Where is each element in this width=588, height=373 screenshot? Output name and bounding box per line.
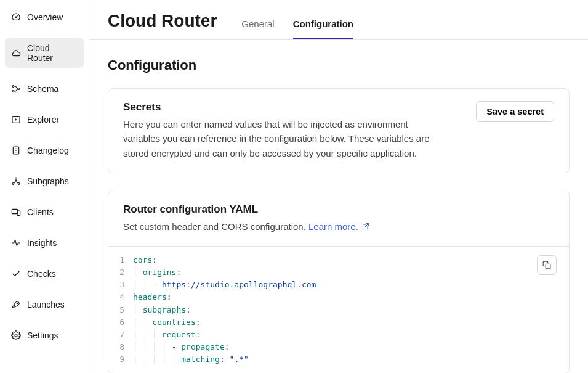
code-text: │ subgraphs:: [133, 304, 191, 316]
check-icon: [11, 269, 21, 279]
code-line: 6│ │ countries:: [115, 316, 557, 329]
sidebar-item-label: Insights: [27, 238, 57, 248]
external-link-icon: [360, 221, 369, 232]
devices-icon: [11, 207, 21, 217]
code-line: 5│ subgraphs:: [115, 304, 557, 316]
tab-configuration[interactable]: Configuration: [293, 18, 353, 39]
svg-point-12: [17, 303, 18, 304]
copy-button[interactable]: [537, 255, 557, 275]
sidebar-item-label: Subgraphs: [27, 176, 69, 186]
subgraphs-icon: [11, 176, 21, 186]
svg-line-14: [365, 223, 369, 227]
sidebar-item-changelog[interactable]: Changelog: [5, 141, 84, 160]
line-number: 9: [115, 353, 133, 366]
secrets-title: Secrets: [123, 101, 431, 113]
cloud-icon: [11, 48, 21, 58]
rocket-icon: [11, 300, 21, 309]
section-title: Configuration: [108, 57, 570, 73]
line-number: 1: [115, 254, 133, 266]
svg-point-2: [12, 91, 14, 92]
svg-point-13: [15, 334, 17, 337]
code-text: │ origins:: [133, 266, 181, 279]
code-line: 2│ origins:: [115, 266, 557, 279]
tab-general[interactable]: General: [241, 18, 274, 39]
sidebar-item-label: Settings: [27, 330, 58, 340]
code-line: 7│ │ │ request:: [115, 329, 557, 341]
sidebar: OverviewCloud RouterSchemaExplorerChange…: [0, 0, 89, 373]
tabs: GeneralConfiguration: [241, 18, 353, 39]
sidebar-item-label: Overview: [27, 12, 63, 22]
sidebar-item-label: Cloud Router: [27, 43, 78, 63]
code-lines: 1cors:2│ origins:3│ │ - https://studio.a…: [115, 254, 557, 366]
line-number: 7: [115, 329, 133, 341]
line-number: 3: [115, 279, 133, 291]
secrets-card: Secrets Here you can enter named values …: [108, 88, 570, 173]
yaml-title: Router configuration YAML: [123, 203, 554, 216]
svg-rect-15: [546, 264, 550, 269]
line-number: 4: [115, 291, 133, 303]
code-text: headers:: [133, 291, 172, 303]
sidebar-item-clients[interactable]: Clients: [5, 202, 84, 222]
learn-more-link[interactable]: Learn more.: [308, 221, 369, 232]
save-secret-button[interactable]: Save a secret: [476, 101, 554, 122]
sidebar-item-label: Launches: [27, 300, 65, 309]
sidebar-item-checks[interactable]: Checks: [5, 264, 84, 284]
code-text: │ │ - https://studio.apollographql.com: [133, 279, 316, 291]
page-title: Cloud Router: [108, 11, 217, 39]
topbar: Cloud Router GeneralConfiguration: [89, 0, 588, 40]
code-text: │ │ countries:: [133, 316, 201, 329]
sidebar-item-settings[interactable]: Settings: [5, 326, 84, 345]
code-line: 9│ │ │ │ │ matching: ".*": [115, 353, 557, 366]
play-square-icon: [11, 115, 21, 125]
code-text: cors:: [133, 254, 157, 266]
sidebar-item-schema[interactable]: Schema: [5, 79, 84, 99]
svg-point-9: [15, 181, 17, 182]
sidebar-item-label: Explorer: [27, 115, 59, 125]
gauge-icon: [11, 12, 21, 22]
yaml-code-area[interactable]: 1cors:2│ origins:3│ │ - https://studio.a…: [108, 246, 569, 373]
code-line: 8│ │ │ │ - propagate:: [115, 341, 557, 353]
line-number: 8: [115, 341, 133, 353]
sidebar-item-subgraphs[interactable]: Subgraphs: [5, 171, 84, 191]
sidebar-item-label: Checks: [27, 269, 56, 279]
code-line: 3│ │ - https://studio.apollographql.com: [115, 279, 557, 291]
gear-icon: [11, 330, 21, 340]
secrets-description: Here you can enter named values that wil…: [123, 117, 431, 160]
sidebar-item-label: Schema: [27, 84, 58, 94]
svg-point-6: [15, 178, 17, 179]
changelog-icon: [11, 146, 21, 155]
sidebar-item-launches[interactable]: Launches: [5, 295, 84, 314]
yaml-card: Router configuration YAML Set custom hea…: [108, 191, 570, 373]
activity-icon: [11, 238, 21, 248]
code-line: 1cors:: [115, 254, 557, 266]
sidebar-item-cloud-router[interactable]: Cloud Router: [5, 38, 84, 68]
sidebar-item-insights[interactable]: Insights: [5, 233, 84, 253]
code-text: │ │ │ │ │ matching: ".*": [133, 353, 249, 366]
code-text: │ │ │ request:: [133, 329, 201, 341]
line-number: 6: [115, 316, 133, 329]
sidebar-item-explorer[interactable]: Explorer: [5, 110, 84, 129]
code-line: 4headers:: [115, 291, 557, 303]
code-text: │ │ │ │ - propagate:: [133, 341, 230, 353]
sidebar-item-label: Changelog: [27, 146, 69, 155]
svg-point-1: [12, 86, 14, 88]
line-number: 5: [115, 304, 133, 316]
schema-icon: [11, 84, 21, 94]
line-number: 2: [115, 266, 133, 279]
yaml-subtitle: Set custom header and CORS configuration…: [123, 219, 431, 234]
svg-point-3: [18, 88, 20, 90]
svg-point-0: [15, 17, 17, 18]
sidebar-item-overview[interactable]: Overview: [5, 7, 84, 27]
sidebar-item-label: Clients: [27, 207, 54, 217]
svg-rect-10: [12, 209, 17, 213]
